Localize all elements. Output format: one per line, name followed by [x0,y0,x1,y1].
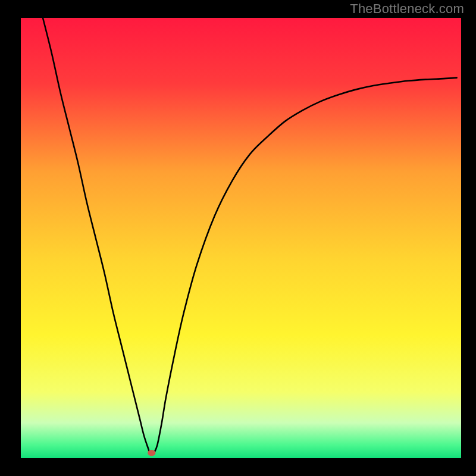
plot-background [21,18,461,458]
chart-svg [0,0,476,476]
optimal-point-marker [148,450,155,456]
attribution-watermark: TheBottleneck.com [350,1,464,17]
chart-frame: TheBottleneck.com [0,0,476,476]
